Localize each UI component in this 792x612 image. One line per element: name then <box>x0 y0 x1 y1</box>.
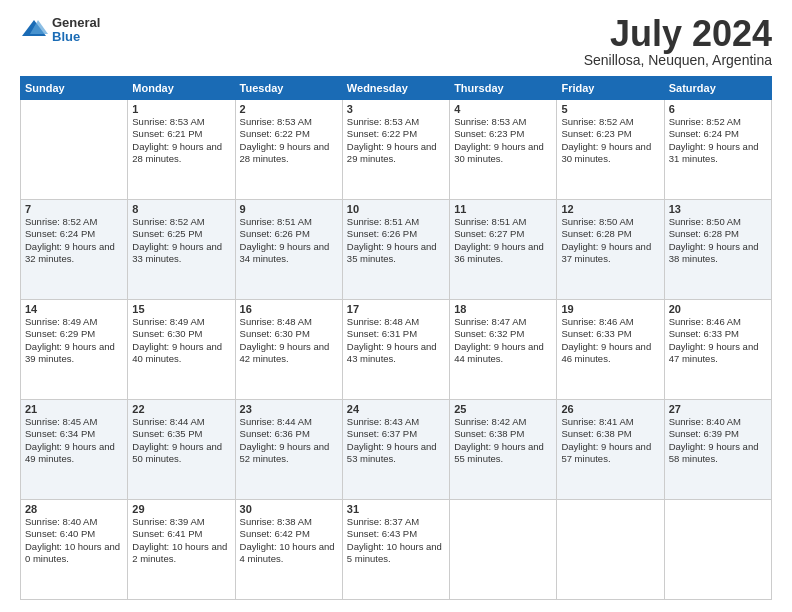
calendar-cell-w3-d1: 14Sunrise: 8:49 AM Sunset: 6:29 PM Dayli… <box>21 300 128 400</box>
header-wednesday: Wednesday <box>342 77 449 100</box>
calendar-cell-w4-d4: 24Sunrise: 8:43 AM Sunset: 6:37 PM Dayli… <box>342 400 449 500</box>
day-info: Sunrise: 8:46 AM Sunset: 6:33 PM Dayligh… <box>669 316 767 365</box>
day-info: Sunrise: 8:42 AM Sunset: 6:38 PM Dayligh… <box>454 416 552 465</box>
day-number: 19 <box>561 303 659 315</box>
day-info: Sunrise: 8:44 AM Sunset: 6:36 PM Dayligh… <box>240 416 338 465</box>
header-thursday: Thursday <box>450 77 557 100</box>
day-number: 9 <box>240 203 338 215</box>
calendar-cell-w3-d2: 15Sunrise: 8:49 AM Sunset: 6:30 PM Dayli… <box>128 300 235 400</box>
day-number: 25 <box>454 403 552 415</box>
calendar-cell-w4-d3: 23Sunrise: 8:44 AM Sunset: 6:36 PM Dayli… <box>235 400 342 500</box>
calendar-cell-w3-d6: 19Sunrise: 8:46 AM Sunset: 6:33 PM Dayli… <box>557 300 664 400</box>
logo: General Blue <box>20 16 100 45</box>
header: General Blue July 2024 Senillosa, Neuque… <box>20 16 772 68</box>
day-number: 4 <box>454 103 552 115</box>
day-info: Sunrise: 8:37 AM Sunset: 6:43 PM Dayligh… <box>347 516 445 565</box>
calendar-cell-w5-d6 <box>557 500 664 600</box>
calendar-cell-w3-d5: 18Sunrise: 8:47 AM Sunset: 6:32 PM Dayli… <box>450 300 557 400</box>
calendar-cell-w5-d2: 29Sunrise: 8:39 AM Sunset: 6:41 PM Dayli… <box>128 500 235 600</box>
calendar-header-row: Sunday Monday Tuesday Wednesday Thursday… <box>21 77 772 100</box>
header-monday: Monday <box>128 77 235 100</box>
calendar-cell-w1-d1 <box>21 100 128 200</box>
day-number: 14 <box>25 303 123 315</box>
day-info: Sunrise: 8:45 AM Sunset: 6:34 PM Dayligh… <box>25 416 123 465</box>
calendar-cell-w2-d5: 11Sunrise: 8:51 AM Sunset: 6:27 PM Dayli… <box>450 200 557 300</box>
day-info: Sunrise: 8:51 AM Sunset: 6:26 PM Dayligh… <box>347 216 445 265</box>
day-info: Sunrise: 8:40 AM Sunset: 6:39 PM Dayligh… <box>669 416 767 465</box>
calendar-cell-w5-d3: 30Sunrise: 8:38 AM Sunset: 6:42 PM Dayli… <box>235 500 342 600</box>
day-number: 26 <box>561 403 659 415</box>
calendar-cell-w4-d1: 21Sunrise: 8:45 AM Sunset: 6:34 PM Dayli… <box>21 400 128 500</box>
day-info: Sunrise: 8:47 AM Sunset: 6:32 PM Dayligh… <box>454 316 552 365</box>
calendar-cell-w4-d2: 22Sunrise: 8:44 AM Sunset: 6:35 PM Dayli… <box>128 400 235 500</box>
calendar-cell-w3-d4: 17Sunrise: 8:48 AM Sunset: 6:31 PM Dayli… <box>342 300 449 400</box>
day-number: 13 <box>669 203 767 215</box>
day-number: 23 <box>240 403 338 415</box>
calendar-cell-w3-d3: 16Sunrise: 8:48 AM Sunset: 6:30 PM Dayli… <box>235 300 342 400</box>
logo-icon <box>20 16 48 44</box>
calendar-cell-w2-d4: 10Sunrise: 8:51 AM Sunset: 6:26 PM Dayli… <box>342 200 449 300</box>
calendar-cell-w1-d7: 6Sunrise: 8:52 AM Sunset: 6:24 PM Daylig… <box>664 100 771 200</box>
day-number: 27 <box>669 403 767 415</box>
calendar-cell-w2-d2: 8Sunrise: 8:52 AM Sunset: 6:25 PM Daylig… <box>128 200 235 300</box>
day-info: Sunrise: 8:46 AM Sunset: 6:33 PM Dayligh… <box>561 316 659 365</box>
day-number: 20 <box>669 303 767 315</box>
day-number: 15 <box>132 303 230 315</box>
day-info: Sunrise: 8:53 AM Sunset: 6:23 PM Dayligh… <box>454 116 552 165</box>
calendar-week-1: 1Sunrise: 8:53 AM Sunset: 6:21 PM Daylig… <box>21 100 772 200</box>
day-number: 6 <box>669 103 767 115</box>
day-info: Sunrise: 8:44 AM Sunset: 6:35 PM Dayligh… <box>132 416 230 465</box>
calendar-cell-w5-d4: 31Sunrise: 8:37 AM Sunset: 6:43 PM Dayli… <box>342 500 449 600</box>
day-number: 17 <box>347 303 445 315</box>
day-info: Sunrise: 8:40 AM Sunset: 6:40 PM Dayligh… <box>25 516 123 565</box>
day-info: Sunrise: 8:52 AM Sunset: 6:25 PM Dayligh… <box>132 216 230 265</box>
day-number: 30 <box>240 503 338 515</box>
calendar-week-3: 14Sunrise: 8:49 AM Sunset: 6:29 PM Dayli… <box>21 300 772 400</box>
calendar-cell-w1-d5: 4Sunrise: 8:53 AM Sunset: 6:23 PM Daylig… <box>450 100 557 200</box>
day-number: 2 <box>240 103 338 115</box>
logo-blue-text: Blue <box>52 30 100 44</box>
day-number: 1 <box>132 103 230 115</box>
day-number: 24 <box>347 403 445 415</box>
logo-general-text: General <box>52 16 100 30</box>
calendar-table: Sunday Monday Tuesday Wednesday Thursday… <box>20 76 772 600</box>
day-number: 11 <box>454 203 552 215</box>
day-info: Sunrise: 8:48 AM Sunset: 6:31 PM Dayligh… <box>347 316 445 365</box>
day-info: Sunrise: 8:52 AM Sunset: 6:24 PM Dayligh… <box>669 116 767 165</box>
day-number: 28 <box>25 503 123 515</box>
day-info: Sunrise: 8:51 AM Sunset: 6:26 PM Dayligh… <box>240 216 338 265</box>
page: General Blue July 2024 Senillosa, Neuque… <box>0 0 792 612</box>
header-saturday: Saturday <box>664 77 771 100</box>
day-number: 22 <box>132 403 230 415</box>
day-number: 10 <box>347 203 445 215</box>
calendar-cell-w1-d6: 5Sunrise: 8:52 AM Sunset: 6:23 PM Daylig… <box>557 100 664 200</box>
calendar-cell-w4-d6: 26Sunrise: 8:41 AM Sunset: 6:38 PM Dayli… <box>557 400 664 500</box>
day-number: 7 <box>25 203 123 215</box>
calendar-cell-w5-d7 <box>664 500 771 600</box>
calendar-cell-w3-d7: 20Sunrise: 8:46 AM Sunset: 6:33 PM Dayli… <box>664 300 771 400</box>
day-info: Sunrise: 8:43 AM Sunset: 6:37 PM Dayligh… <box>347 416 445 465</box>
day-info: Sunrise: 8:53 AM Sunset: 6:21 PM Dayligh… <box>132 116 230 165</box>
day-info: Sunrise: 8:50 AM Sunset: 6:28 PM Dayligh… <box>669 216 767 265</box>
day-number: 16 <box>240 303 338 315</box>
calendar-week-2: 7Sunrise: 8:52 AM Sunset: 6:24 PM Daylig… <box>21 200 772 300</box>
day-number: 3 <box>347 103 445 115</box>
day-info: Sunrise: 8:48 AM Sunset: 6:30 PM Dayligh… <box>240 316 338 365</box>
header-friday: Friday <box>557 77 664 100</box>
calendar-cell-w4-d7: 27Sunrise: 8:40 AM Sunset: 6:39 PM Dayli… <box>664 400 771 500</box>
calendar-cell-w2-d3: 9Sunrise: 8:51 AM Sunset: 6:26 PM Daylig… <box>235 200 342 300</box>
title-block: July 2024 Senillosa, Neuquen, Argentina <box>584 16 772 68</box>
header-tuesday: Tuesday <box>235 77 342 100</box>
day-info: Sunrise: 8:49 AM Sunset: 6:29 PM Dayligh… <box>25 316 123 365</box>
calendar-cell-w1-d2: 1Sunrise: 8:53 AM Sunset: 6:21 PM Daylig… <box>128 100 235 200</box>
day-info: Sunrise: 8:50 AM Sunset: 6:28 PM Dayligh… <box>561 216 659 265</box>
day-number: 12 <box>561 203 659 215</box>
header-sunday: Sunday <box>21 77 128 100</box>
calendar-week-4: 21Sunrise: 8:45 AM Sunset: 6:34 PM Dayli… <box>21 400 772 500</box>
day-number: 5 <box>561 103 659 115</box>
day-number: 8 <box>132 203 230 215</box>
calendar-cell-w5-d1: 28Sunrise: 8:40 AM Sunset: 6:40 PM Dayli… <box>21 500 128 600</box>
day-number: 18 <box>454 303 552 315</box>
title-location: Senillosa, Neuquen, Argentina <box>584 52 772 68</box>
calendar-week-5: 28Sunrise: 8:40 AM Sunset: 6:40 PM Dayli… <box>21 500 772 600</box>
